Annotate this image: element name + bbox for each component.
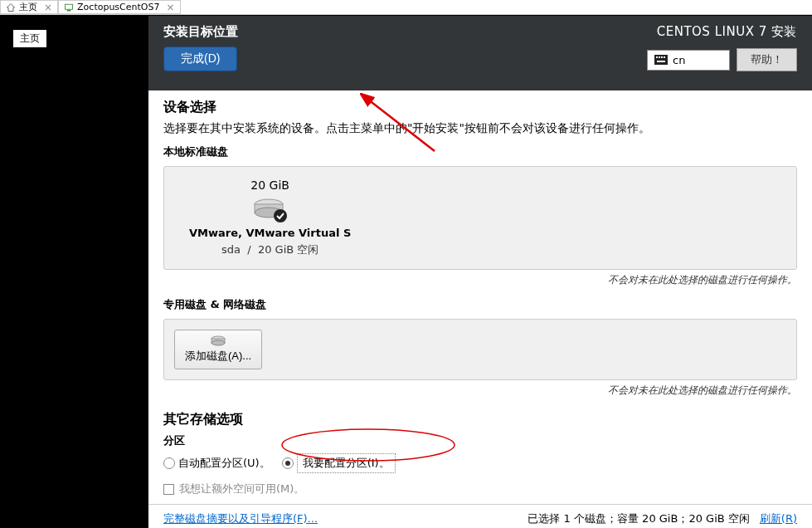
radio-auto-partition[interactable]: 自动配置分区(U)。: [163, 456, 270, 471]
partition-label: 分区: [163, 433, 797, 448]
svg-rect-4: [659, 56, 660, 58]
disk-name: VMware, VMware Virtual S: [189, 227, 351, 239]
radio-icon: [163, 457, 175, 469]
local-disks-box: 20 GiB VMware, VMware Virtual S sda / 20…: [163, 166, 797, 270]
section-subtitle: 选择要在其中安装系统的设备。点击主菜单中的"开始安装"按钮前不会对该设备进行任何…: [163, 121, 797, 136]
page-title: 安装目标位置: [163, 24, 238, 40]
svg-rect-0: [66, 4, 73, 9]
header: 安装目标位置 完成(D) CENTOS LINUX 7 安装 cn 帮助！: [148, 16, 812, 90]
tab-home[interactable]: 主页 ×: [0, 0, 58, 14]
tab-vm[interactable]: ZoctopusCentOS7 ×: [58, 0, 180, 14]
selection-status: 已选择 1 个磁盘；容量 20 GiB；20 GiB 空闲: [528, 511, 749, 526]
tooltip: 主页: [12, 29, 47, 48]
close-icon[interactable]: ×: [44, 2, 52, 13]
refresh-link[interactable]: 刷新(R): [760, 511, 797, 526]
svg-point-15: [212, 340, 225, 345]
tab-bar: 主页 × ZoctopusCentOS7 ×: [0, 0, 812, 15]
extra-space-label: 我想让额外空间可用(M)。: [179, 482, 304, 496]
help-button[interactable]: 帮助！: [737, 48, 797, 71]
radio-icon: [282, 457, 294, 469]
extra-space-option[interactable]: 我想让额外空间可用(M)。: [163, 482, 797, 496]
disk-size: 20 GiB: [250, 178, 289, 192]
local-disks-title: 本地标准磁盘: [163, 144, 797, 159]
tab-label: 主页: [19, 1, 37, 13]
radio-auto-label: 自动配置分区(U)。: [178, 456, 270, 471]
disk-detail: sda / 20 GiB 空闲: [221, 242, 318, 257]
language-code: cn: [673, 54, 685, 66]
special-disks-title: 专用磁盘 & 网络磁盘: [163, 297, 797, 312]
radio-manual-partition[interactable]: 我要配置分区(I)。: [282, 453, 396, 473]
add-disk-label: 添加磁盘(A)...: [185, 349, 251, 364]
add-disk-button[interactable]: 添加磁盘(A)...: [174, 330, 262, 369]
disk-summary-link[interactable]: 完整磁盘摘要以及引导程序(F)...: [163, 511, 318, 526]
add-disk-icon: [210, 335, 226, 347]
language-selector[interactable]: cn: [647, 50, 730, 71]
storage-options-title: 其它存储选项: [163, 411, 797, 428]
tab-label: ZoctopusCentOS7: [77, 2, 159, 12]
brand-label: CENTOS LINUX 7 安装: [647, 24, 797, 40]
disk-hint: 不会对未在此处选择的磁盘进行任何操作。: [163, 273, 797, 287]
checkbox-icon: [163, 484, 174, 495]
svg-rect-5: [661, 56, 663, 58]
svg-rect-6: [664, 56, 665, 58]
disk-hint-2: 不会对未在此处选择的磁盘进行任何操作。: [163, 384, 797, 398]
installer-window: 安装目标位置 完成(D) CENTOS LINUX 7 安装 cn 帮助！ 设备…: [148, 16, 812, 528]
footer: 完整磁盘摘要以及引导程序(F)... 已选择 1 个磁盘；容量 20 GiB；2…: [148, 504, 812, 528]
svg-rect-2: [654, 55, 668, 65]
vm-icon: [64, 2, 74, 12]
section-title-devices: 设备选择: [163, 99, 797, 116]
disk-item[interactable]: 20 GiB VMware, VMware Virtual S sda / 20…: [179, 175, 361, 261]
disk-icon: [250, 195, 290, 223]
home-icon: [6, 2, 16, 12]
svg-rect-7: [657, 61, 665, 62]
svg-rect-3: [656, 56, 658, 58]
special-disks-box: 添加磁盘(A)...: [163, 319, 797, 380]
radio-manual-label: 我要配置分区(I)。: [297, 453, 396, 473]
close-icon[interactable]: ×: [166, 2, 174, 13]
keyboard-icon: [654, 55, 668, 65]
content-area: 设备选择 选择要在其中安装系统的设备。点击主菜单中的"开始安装"按钮前不会对该设…: [148, 90, 812, 504]
svg-rect-1: [67, 10, 71, 12]
svg-point-12: [274, 209, 287, 222]
done-button[interactable]: 完成(D): [163, 46, 237, 71]
